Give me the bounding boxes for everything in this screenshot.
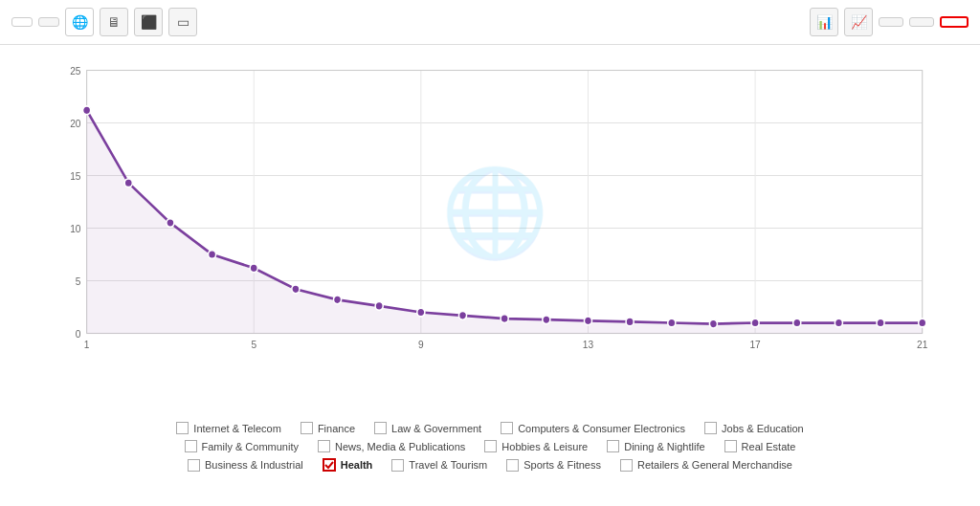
legend-row: Business & IndustrialHealthTravel & Tour… bbox=[19, 458, 961, 472]
svg-text:0: 0 bbox=[76, 328, 81, 340]
svg-point-43 bbox=[835, 319, 842, 327]
svg-point-39 bbox=[668, 319, 676, 327]
legend: Internet & TelecomFinanceLaw & Governmen… bbox=[0, 418, 980, 489]
legend-item[interactable]: Sports & Fitness bbox=[506, 458, 601, 472]
svg-text:5: 5 bbox=[76, 275, 81, 287]
legend-label: Jobs & Education bbox=[722, 423, 804, 434]
legend-checkbox[interactable] bbox=[607, 440, 619, 452]
svg-point-40 bbox=[709, 319, 717, 328]
legend-label: Business & Industrial bbox=[205, 459, 303, 471]
legend-label: Sports & Fitness bbox=[523, 459, 601, 471]
legend-label: Finance bbox=[318, 423, 355, 434]
svg-point-27 bbox=[167, 219, 174, 228]
svg-text:20: 20 bbox=[70, 118, 80, 129]
legend-label: Law & Government bbox=[391, 423, 481, 434]
legend-item[interactable]: Business & Industrial bbox=[188, 458, 303, 472]
legend-item[interactable]: Travel & Tourism bbox=[391, 458, 487, 472]
svg-point-30 bbox=[292, 285, 300, 294]
svg-text:17: 17 bbox=[749, 339, 760, 350]
legend-row: Family & CommunityNews, Media & Publicat… bbox=[19, 440, 961, 452]
legend-label: Family & Community bbox=[202, 441, 299, 452]
legend-item[interactable]: Dining & Nightlife bbox=[607, 440, 704, 452]
legend-label: Real Estate bbox=[742, 441, 796, 452]
tab-international[interactable] bbox=[11, 17, 33, 27]
legend-item[interactable]: Retailers & General Merchandise bbox=[620, 458, 792, 472]
svg-point-26 bbox=[124, 179, 132, 187]
legend-label: Hobbies & Leisure bbox=[501, 441, 588, 452]
toolbar-right: 📊 📈 bbox=[810, 8, 969, 36]
svg-point-37 bbox=[584, 317, 591, 325]
legend-label: Internet & Telecom bbox=[193, 423, 281, 434]
legend-checkbox[interactable] bbox=[484, 440, 497, 452]
area-chart-icon[interactable]: 📊 bbox=[810, 8, 838, 36]
legend-item[interactable]: Real Estate bbox=[724, 440, 796, 452]
svg-point-45 bbox=[919, 319, 926, 327]
svg-point-41 bbox=[751, 319, 759, 327]
legend-checkbox[interactable] bbox=[506, 459, 519, 472]
legend-checkbox[interactable] bbox=[704, 422, 717, 434]
legend-item[interactable]: News, Media & Publications bbox=[318, 440, 465, 452]
legend-row: Internet & TelecomFinanceLaw & Governmen… bbox=[19, 422, 961, 434]
desktop-icon[interactable]: 🖥 bbox=[100, 8, 128, 36]
legend-checkbox[interactable] bbox=[185, 440, 197, 452]
date-selector[interactable] bbox=[940, 16, 969, 28]
svg-point-36 bbox=[543, 316, 550, 324]
legend-checkbox[interactable] bbox=[724, 440, 737, 452]
legend-label: Computers & Consumer Electronics bbox=[518, 423, 685, 434]
legend-label: Dining & Nightlife bbox=[624, 441, 704, 452]
svg-text:5: 5 bbox=[251, 339, 256, 350]
legend-checkbox[interactable] bbox=[620, 459, 633, 472]
legend-checkbox[interactable] bbox=[301, 422, 313, 434]
svg-point-35 bbox=[501, 315, 508, 323]
legend-label: Health bbox=[341, 459, 373, 471]
svg-point-32 bbox=[375, 302, 383, 311]
legend-item[interactable]: Finance bbox=[301, 422, 355, 434]
legend-item[interactable]: Family & Community bbox=[185, 440, 299, 452]
svg-text:13: 13 bbox=[583, 339, 593, 350]
svg-point-34 bbox=[458, 311, 466, 319]
tab-us[interactable] bbox=[38, 17, 59, 27]
mobile-icon[interactable]: ▭ bbox=[168, 8, 197, 36]
legend-checkbox[interactable] bbox=[318, 440, 330, 452]
average-toggle[interactable] bbox=[909, 17, 934, 27]
svg-point-44 bbox=[877, 319, 884, 327]
svg-point-33 bbox=[417, 308, 425, 317]
exact-toggle[interactable] bbox=[879, 17, 903, 27]
legend-checkbox[interactable] bbox=[391, 459, 404, 472]
svg-text:21: 21 bbox=[917, 339, 927, 350]
chart-inner: 🌐 0510152025159131721 bbox=[48, 55, 942, 370]
globe-icon[interactable]: 🌐 bbox=[65, 8, 94, 36]
legend-checkbox[interactable] bbox=[374, 422, 387, 434]
legend-checkbox[interactable] bbox=[188, 459, 200, 472]
legend-item[interactable]: Hobbies & Leisure bbox=[484, 440, 588, 452]
svg-point-38 bbox=[626, 318, 634, 326]
chart-area: 🌐 0510152025159131721 bbox=[0, 45, 980, 418]
svg-point-29 bbox=[250, 264, 257, 273]
svg-text:10: 10 bbox=[70, 223, 80, 234]
svg-text:25: 25 bbox=[70, 65, 80, 77]
legend-item[interactable]: Internet & Telecom bbox=[176, 422, 281, 434]
legend-checkbox[interactable] bbox=[501, 422, 513, 434]
legend-checkbox[interactable] bbox=[323, 458, 336, 472]
legend-item[interactable]: Law & Government bbox=[374, 422, 481, 434]
bar-chart-icon[interactable]: 📈 bbox=[844, 8, 873, 36]
svg-text:15: 15 bbox=[70, 170, 80, 182]
legend-item[interactable]: Jobs & Education bbox=[704, 422, 804, 434]
toolbar-left: 🌐 🖥 ⬛ ▭ bbox=[11, 8, 197, 36]
tablet-icon[interactable]: ⬛ bbox=[134, 8, 163, 36]
svg-point-31 bbox=[333, 296, 341, 304]
chart-svg: 0510152025159131721 bbox=[48, 55, 942, 370]
legend-label: Retailers & General Merchandise bbox=[637, 459, 792, 471]
svg-point-42 bbox=[793, 319, 801, 327]
legend-label: Travel & Tourism bbox=[409, 459, 487, 471]
legend-item[interactable]: Computers & Consumer Electronics bbox=[501, 422, 685, 434]
svg-point-25 bbox=[83, 106, 91, 115]
legend-label: News, Media & Publications bbox=[335, 441, 465, 452]
svg-point-28 bbox=[209, 251, 216, 259]
svg-text:1: 1 bbox=[84, 339, 90, 350]
svg-text:9: 9 bbox=[418, 339, 424, 350]
legend-checkbox[interactable] bbox=[176, 422, 189, 434]
legend-item[interactable]: Health bbox=[323, 458, 373, 472]
toolbar: 🌐 🖥 ⬛ ▭ 📊 📈 bbox=[0, 0, 980, 45]
